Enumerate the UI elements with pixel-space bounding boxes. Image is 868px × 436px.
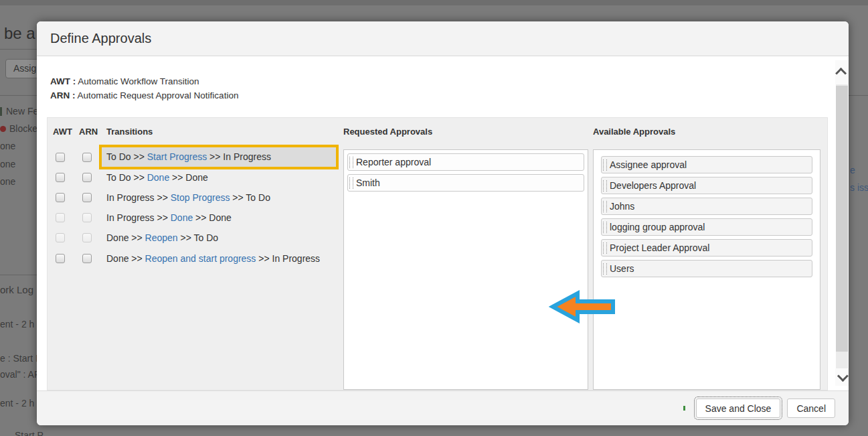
dialog-footer: Save and Close Cancel [37, 390, 849, 425]
background-divider [849, 95, 868, 96]
transition-action-link[interactable]: Done [147, 172, 169, 183]
drag-handle-icon[interactable] [603, 201, 607, 212]
available-approval-item[interactable]: Assignee approval [601, 156, 812, 173]
transition-to: To Do [194, 232, 219, 243]
awt-checkbox-row-1[interactable] [56, 153, 65, 162]
transition-from: Done [106, 253, 128, 264]
transition-action-link[interactable]: Reopen [145, 232, 178, 243]
transition-separator: >> [181, 232, 191, 243]
transition-separator: >> [209, 151, 220, 162]
requested-approvals-list[interactable]: Reporter approval Smith [343, 149, 588, 390]
transition-from: In Progress [106, 192, 155, 203]
drag-handle-icon[interactable] [349, 157, 353, 168]
legend: AWT : Automatic Workflow Transition ARN … [50, 74, 238, 102]
transition-row: Done >> Reopen >> To Do [48, 228, 342, 248]
transition-separator: >> [258, 253, 269, 264]
arn-checkbox-row-4 [82, 213, 92, 222]
transition-label: Done >> Reopen and start progress >> In … [106, 248, 320, 269]
transition-label: In Progress >> Stop Progress >> To Do [106, 188, 270, 208]
background-top-bar [0, 0, 868, 5]
transition-label: Done >> Reopen >> To Do [106, 228, 218, 248]
approval-label: Reporter approval [356, 157, 431, 167]
background-page-heading: be a [4, 24, 35, 43]
column-header-awt: AWT [53, 127, 72, 137]
chevron-up-icon [835, 68, 847, 79]
column-header-transitions: Transitions [106, 127, 153, 137]
available-approval-item[interactable]: Users [601, 260, 812, 277]
background-worklog-tab: ork Log [0, 284, 33, 295]
arn-checkbox-row-2[interactable] [82, 173, 92, 182]
dialog-scrollbar[interactable] [835, 60, 849, 386]
transition-action-link[interactable]: Done [171, 212, 193, 223]
background-divider [0, 49, 37, 50]
drag-handle-icon[interactable] [349, 177, 353, 189]
legend-arn-text: Automatic Request Approval Notification [78, 90, 239, 100]
transition-row: Done >> Reopen and start progress >> In … [48, 248, 342, 269]
available-approvals-list[interactable]: Assignee approval Developers Approval Jo… [593, 149, 820, 390]
transition-separator: >> [172, 172, 183, 183]
dialog-title: Define Approvals [50, 31, 151, 46]
legend-awt-text: Automatic Workflow Transition [78, 76, 199, 86]
transition-to: Done [185, 172, 207, 183]
available-approval-item[interactable]: Johns [601, 198, 812, 215]
cancel-button[interactable]: Cancel [787, 398, 835, 418]
drag-handle-icon[interactable] [603, 222, 607, 233]
transition-label: In Progress >> Done >> Done [106, 208, 232, 228]
legend-arn: ARN : Automatic Request Approval Notific… [50, 88, 238, 102]
transition-action-link[interactable]: Reopen and start progress [145, 253, 256, 264]
background-comment-row: ent - 2 h [0, 319, 34, 330]
drag-direction-arrow-icon [549, 289, 616, 325]
save-and-close-button[interactable]: Save and Close [696, 398, 781, 418]
awt-checkbox-row-6[interactable] [56, 254, 65, 263]
column-header-arn: ARN [79, 127, 98, 137]
available-approval-item[interactable]: Developers Approval [601, 177, 812, 194]
transition-row: To Do >> Done >> Done [48, 167, 342, 188]
awt-checkbox-row-3[interactable] [56, 193, 65, 202]
requested-approval-item[interactable]: Smith [347, 174, 584, 192]
transition-to: Done [209, 212, 231, 223]
approvals-panel: AWT ARN Transitions Requested Approvals … [47, 117, 828, 390]
approval-label: Assignee approval [610, 159, 687, 170]
background-divider [0, 95, 37, 96]
approval-label: logging group approval [610, 222, 705, 232]
transition-action-link[interactable]: Start Progress [147, 151, 207, 162]
transition-from: In Progress [106, 212, 155, 223]
drag-handle-icon[interactable] [603, 242, 607, 254]
legend-arn-abbr: ARN : [50, 90, 76, 100]
background-value-row: one [0, 176, 15, 187]
background-status-row: e : Start I [0, 353, 38, 364]
transition-action-link[interactable]: Stop Progress [171, 192, 230, 203]
requested-approval-item[interactable]: Reporter approval [347, 153, 584, 171]
scroll-up-button[interactable] [835, 60, 849, 84]
legend-awt-abbr: AWT : [50, 76, 76, 86]
drag-handle-icon[interactable] [603, 263, 607, 275]
transition-row: To Do >> Start Progress >> In Progress [48, 147, 342, 167]
approval-label: Users [610, 263, 634, 274]
approval-label: Project Leader Approval [610, 242, 709, 253]
available-approval-item[interactable]: logging group approval [601, 218, 812, 236]
scroll-down-button[interactable] [835, 368, 849, 386]
column-header-available-approvals: Available Approvals [593, 127, 675, 137]
background-value-row: one [0, 159, 15, 169]
status-tick-icon [683, 406, 685, 411]
transition-row: In Progress >> Stop Progress >> To Do [48, 188, 342, 208]
arn-checkbox-row-1[interactable] [82, 153, 92, 162]
awt-checkbox-row-2[interactable] [56, 173, 65, 182]
approval-label: Developers Approval [610, 180, 696, 191]
transition-to: In Progress [272, 253, 321, 264]
drag-handle-icon[interactable] [603, 180, 607, 192]
transition-separator: >> [133, 172, 144, 183]
transition-row: In Progress >> Done >> Done [48, 208, 342, 228]
available-approval-item[interactable]: Project Leader Approval [601, 239, 812, 257]
transition-label: To Do >> Done >> Done [106, 167, 208, 188]
background-status-row: oval" : AR [0, 369, 41, 380]
arn-checkbox-row-3[interactable] [82, 193, 92, 202]
drag-handle-icon[interactable] [603, 159, 607, 171]
background-value-row: one [0, 141, 15, 151]
transition-separator: >> [195, 212, 206, 223]
arn-checkbox-row-6[interactable] [82, 254, 92, 263]
selected-transition-highlight[interactable]: To Do >> Start Progress >> In Progress [99, 145, 339, 169]
issue-type-icon [0, 107, 2, 116]
scrollbar-thumb[interactable] [836, 86, 848, 352]
transition-from: To Do [106, 151, 131, 162]
